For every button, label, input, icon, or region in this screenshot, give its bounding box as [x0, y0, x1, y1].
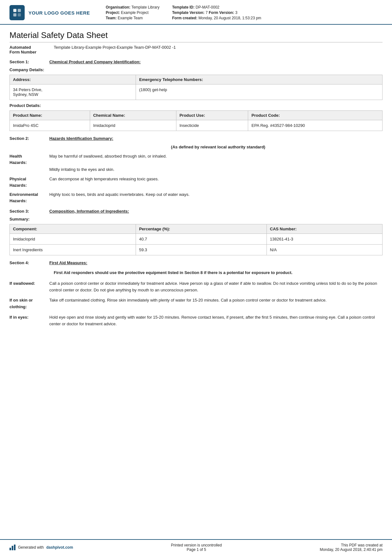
form-created-row: Form created: Monday, 20 August 2018, 1:… [172, 16, 261, 20]
product-details-title: Product Details: [9, 103, 383, 108]
form-created-label: Form created: [172, 16, 197, 20]
header-meta-left: Organisation: Template Library Project: … [106, 5, 160, 20]
logo-text: YOUR LOGO GOES HERE [28, 10, 90, 16]
footer-left: Generated with dashpivot.com [9, 545, 73, 550]
section3-title: Composition, Information of Ingredients: [49, 209, 129, 214]
summary-col-cas: CAS Number: [266, 224, 382, 234]
first-aid-swallowed-value: Call a poison control center or doctor i… [49, 280, 383, 294]
form-version-label: Form Version: [209, 10, 234, 15]
first-aid-skin-label: If on skin orclothing: [9, 297, 44, 310]
table-row: ImidaPro 4SC Imidacloprid Insecticide EP… [10, 120, 383, 131]
svg-rect-3 [18, 13, 21, 16]
dashpivot-link[interactable]: dashpivot.com [46, 545, 73, 550]
summary-col-percentage: Percentage (%): [136, 224, 266, 234]
ingredient-name-2: Inert Ingredients [10, 245, 136, 255]
product-col-code: Product Code: [248, 111, 383, 120]
svg-rect-0 [13, 9, 16, 12]
company-table: Address: Emergency Telephone Numbers: 34… [9, 75, 383, 100]
health-hazards-value: May be harmful of swallowed, absorbed th… [49, 153, 167, 173]
environmental-hazards-label: EnvironmentalHazards: [9, 191, 44, 204]
footer-right: This PDF was created at Monday, 20 Augus… [320, 543, 383, 552]
health-hazards-label: HealthHazards: [9, 153, 44, 165]
footer-center-line1: Printed version is uncontrolled [171, 543, 222, 547]
header: YOUR LOGO GOES HERE Organisation: Templa… [0, 0, 392, 25]
first-aid-eyes-row: If in eyes: Hold eye open and rinse slow… [9, 314, 383, 327]
summary-col-component: Component: [10, 224, 136, 234]
hazards-section: (As defined by relevant local authority … [9, 145, 383, 204]
bar3 [14, 545, 15, 550]
product-use: Insecticide [176, 120, 248, 131]
org-value: Template Library [132, 5, 160, 9]
summary-table: Component: Percentage (%): CAS Number: I… [9, 224, 383, 255]
template-id-value: DP-MAT-0002 [196, 5, 219, 9]
product-col-name: Product Name: [10, 111, 90, 120]
org-label: Organisation: [106, 5, 131, 9]
company-col-emergency: Emergency Telephone Numbers: [136, 75, 383, 84]
document-title: Material Safety Data Sheet [9, 30, 383, 42]
first-aid-swallowed-row: If swallowed: Call a poison control cent… [9, 280, 383, 294]
content: Material Safety Data Sheet AutomatedForm… [0, 25, 392, 539]
section4-title: First Aid Measures: [49, 260, 87, 265]
section4-header: Section 4: First Aid Measures: [9, 260, 383, 265]
product-code: EPA Reg. #43527-984-10290 [248, 120, 383, 131]
section1-header: Section 1: Chemical Product and Company … [9, 59, 383, 64]
hazards-note: (As defined by relevant local authority … [54, 145, 383, 149]
org-row: Organisation: Template Library [106, 5, 160, 9]
section1-title: Chemical Product and Company Identificat… [49, 59, 141, 64]
bar1 [9, 548, 11, 550]
team-value: Example Team [118, 16, 143, 20]
project-value: Example Project [121, 10, 149, 15]
form-version-value: 3 [235, 10, 237, 15]
ingredient-pct-2: 59.3 [136, 245, 266, 255]
ingredient-pct-1: 40.7 [136, 234, 266, 245]
product-col-chemical: Chemical Name: [90, 111, 176, 120]
project-label: Project: [106, 10, 120, 15]
logo-icon [9, 5, 25, 20]
header-meta: Organisation: Template Library Project: … [96, 5, 383, 20]
section2-header: Section 2: Hazards Identification Summar… [9, 136, 383, 141]
template-id-row: Template ID: DP-MAT-0002 [172, 5, 261, 9]
footer-right-line1: This PDF was created at [320, 543, 383, 547]
section3-label: Section 3: [9, 209, 44, 214]
footer-right-line2: Monday, 20 August 2018, 2:40:41 pm [320, 547, 383, 552]
bar2 [12, 546, 13, 550]
environmental-hazards-value: Highly toxic to bees, birds and aquatic … [49, 191, 190, 198]
section3-header: Section 3: Composition, Information of I… [9, 209, 383, 214]
section2-label: Section 2: [9, 136, 44, 141]
company-phone: (1800) get-help [136, 84, 383, 100]
ingredient-cas-1: 138261-41-3 [266, 234, 382, 245]
header-meta-right: Template ID: DP-MAT-0002 Template Versio… [172, 5, 261, 20]
footer-center: Printed version is uncontrolled Page 1 o… [171, 543, 222, 552]
ingredient-cas-2: N/A [266, 245, 382, 255]
health-hazards-row: HealthHazards: May be harmful of swallow… [9, 153, 383, 173]
team-row: Team: Example Team [106, 16, 160, 20]
product-col-use: Product Use: [176, 111, 248, 120]
table-row: 34 Peters Drive,Sydney, NSW (1800) get-h… [10, 84, 383, 100]
first-aid-eyes-value: Hold eye open and rinse slowly and gentl… [49, 314, 383, 327]
section4-body: First Aid responders should use the prot… [9, 270, 383, 327]
footer: Generated with dashpivot.com Printed ver… [0, 539, 392, 555]
company-address: 34 Peters Drive,Sydney, NSW [10, 84, 136, 100]
svg-rect-2 [13, 13, 16, 16]
ingredient-name-1: Imidacloprid [10, 234, 136, 245]
template-version-value: 7 [205, 10, 208, 15]
summary-title: Summary: [9, 217, 383, 221]
team-label: Team: [106, 16, 117, 20]
section1-label: Section 1: [9, 59, 44, 64]
generated-text: Generated with [18, 545, 44, 550]
footer-center-line2: Page 1 of 5 [171, 547, 222, 552]
product-table: Product Name: Chemical Name: Product Use… [9, 110, 383, 131]
template-version-label: Template Version: [172, 10, 204, 15]
table-row: Imidacloprid 40.7 138261-41-3 [10, 234, 383, 245]
section1-body: Company Details: Address: Emergency Tele… [9, 67, 383, 131]
form-number-row: AutomatedForm Number Template Library-Ex… [9, 45, 383, 54]
section3-body: Summary: Component: Percentage (%): CAS … [9, 217, 383, 255]
template-id-label: Template ID: [172, 5, 194, 9]
form-created-value: Monday, 20 August 2018, 1:53:23 pm [199, 16, 261, 20]
physical-hazards-row: PhysicalHazards: Can decompose at high t… [9, 176, 383, 188]
physical-hazards-value: Can decompose at high temperatures relea… [49, 176, 159, 183]
page: YOUR LOGO GOES HERE Organisation: Templa… [0, 0, 392, 555]
table-row: Inert Ingredients 59.3 N/A [10, 245, 383, 255]
logo-area: YOUR LOGO GOES HERE [9, 5, 90, 20]
section2-title: Hazards Identification Summary: [49, 136, 113, 141]
